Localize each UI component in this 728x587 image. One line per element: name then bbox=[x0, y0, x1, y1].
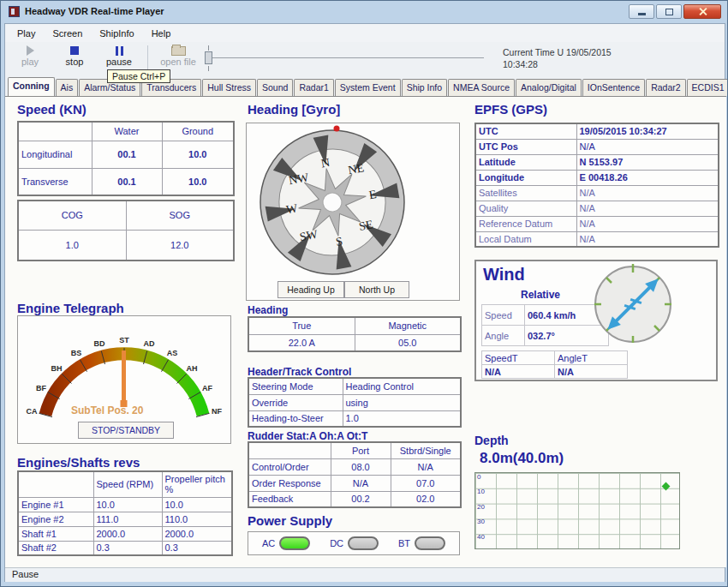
menu-play[interactable]: Play bbox=[9, 26, 44, 41]
heading-up-button[interactable]: Heading Up bbox=[277, 281, 344, 298]
wind-angle-label: Angle bbox=[482, 326, 525, 346]
menu-help[interactable]: Help bbox=[143, 26, 180, 41]
wind-speed-label: Speed bbox=[482, 305, 525, 326]
close-button[interactable] bbox=[683, 4, 721, 19]
wind-direction-gauge bbox=[590, 262, 676, 348]
sog-value: 12.0 bbox=[126, 230, 234, 261]
rudder-title: Rudder Stat:A Oh:A Ot:T bbox=[248, 430, 367, 442]
epfs-local-datum-value: N/A bbox=[576, 231, 719, 247]
stop-button[interactable]: stop bbox=[53, 45, 96, 67]
shaft2-pitch: 0.3 bbox=[162, 541, 232, 555]
svg-text:BS: BS bbox=[71, 349, 82, 357]
slider-track[interactable] bbox=[208, 57, 484, 58]
engines-row-label: Shaft #1 bbox=[18, 526, 93, 541]
tab-ais[interactable]: Ais bbox=[56, 79, 79, 96]
track-row-label: Heading-to-Steer bbox=[248, 410, 343, 427]
cog-header: COG bbox=[18, 201, 126, 230]
epfs-row-label: UTC bbox=[475, 123, 576, 139]
shaft1-pitch: 2000.0 bbox=[162, 526, 232, 541]
order-response-stbd: 07.0 bbox=[391, 475, 461, 491]
tab-radar1[interactable]: Radar1 bbox=[294, 79, 333, 96]
tab-ecdis1[interactable]: ECDIS1 bbox=[687, 79, 728, 96]
depth-value: 8.0m(40.0m) bbox=[480, 450, 564, 467]
power-ac-label: AC bbox=[262, 538, 275, 548]
engine2-speed: 111.0 bbox=[93, 512, 162, 526]
engines-corner bbox=[18, 471, 93, 497]
depth-axis-label: 0 bbox=[477, 473, 480, 481]
heading-to-steer-value: 1.0 bbox=[343, 410, 461, 427]
pause-button[interactable]: pause bbox=[98, 45, 140, 67]
svg-text:BH: BH bbox=[51, 364, 63, 373]
heading-section-title: Heading bbox=[248, 304, 288, 316]
timeline-slider[interactable] bbox=[205, 45, 484, 71]
current-time-clock: 10:34:28 bbox=[503, 58, 648, 70]
open-file-button[interactable]: open file bbox=[152, 45, 204, 67]
tab-ship-info[interactable]: Ship Info bbox=[402, 79, 447, 96]
toolbar-separator bbox=[147, 45, 148, 69]
gyro-title: Heading [Gyro] bbox=[248, 102, 340, 117]
wind-anglet-value: N/A bbox=[555, 365, 628, 379]
wind-speedt-header: SpeedT bbox=[482, 351, 555, 365]
tab-nmea-source[interactable]: NMEA Source bbox=[448, 79, 515, 96]
heading-magnetic-value: 05.0 bbox=[355, 334, 461, 351]
svg-text:CA: CA bbox=[27, 407, 38, 416]
cog-sog-table: COG SOG 1.0 12.0 bbox=[17, 200, 235, 261]
power-ac-indicator bbox=[279, 536, 310, 550]
epfs-longitude-value: E 00418.26 bbox=[576, 170, 719, 185]
power-bt-label: BT bbox=[398, 538, 410, 548]
menu-screen[interactable]: Screen bbox=[44, 26, 91, 41]
depth-axis-label: 10 bbox=[477, 488, 485, 495]
slider-thumb[interactable] bbox=[205, 51, 212, 64]
power-dc-group: DC bbox=[330, 536, 379, 550]
speed-row-label: Longitudinal bbox=[18, 141, 92, 168]
play-button[interactable]: play bbox=[9, 45, 51, 67]
tab-system-event[interactable]: System Event bbox=[335, 79, 401, 96]
speed-row-label: Transverse bbox=[18, 168, 92, 195]
tab-conning[interactable]: Conning bbox=[8, 77, 55, 96]
epfs-row-label: Local Datum bbox=[475, 231, 576, 247]
power-dc-indicator bbox=[348, 536, 379, 550]
app-icon-detail bbox=[11, 9, 15, 15]
steering-mode-value: Heading Control bbox=[343, 378, 461, 394]
wind-anglet-header: AngleT bbox=[555, 351, 628, 365]
engine2-pitch: 110.0 bbox=[162, 512, 232, 526]
tab-sound[interactable]: Sound bbox=[257, 79, 293, 96]
window-controls bbox=[629, 4, 721, 19]
slider-ticks-top bbox=[208, 45, 484, 51]
power-ac-group: AC bbox=[262, 536, 310, 550]
track-row-label: Override bbox=[248, 394, 343, 410]
heading-marker-dot bbox=[334, 126, 340, 132]
menu-shipinfo[interactable]: ShipInfo bbox=[91, 26, 142, 41]
speed-table: Water Ground Longitudinal 00.1 10.0 Tran… bbox=[17, 121, 235, 196]
speed-corner bbox=[18, 122, 92, 141]
telegraph-order-button[interactable]: STOP/STANDBY bbox=[78, 422, 174, 439]
tab-ionsentence[interactable]: IOnSentence bbox=[582, 79, 645, 96]
svg-text:BD: BD bbox=[94, 339, 105, 348]
power-bt-indicator bbox=[415, 536, 445, 550]
svg-text:ST: ST bbox=[119, 336, 129, 344]
control-order-stbd: N/A bbox=[391, 458, 461, 475]
wind-true-table: SpeedT AngleT N/A N/A bbox=[481, 350, 628, 379]
svg-text:AF: AF bbox=[202, 384, 212, 392]
conning-page: Speed (KN) Water Ground Longitudinal 00.… bbox=[5, 96, 726, 567]
speed-long-water: 00.1 bbox=[92, 141, 162, 168]
tab-analog-digital[interactable]: Analog/Digital bbox=[516, 79, 582, 96]
pause-icon bbox=[116, 46, 123, 56]
svg-text:NE: NE bbox=[347, 161, 365, 177]
epfs-row-label: UTC Pos bbox=[475, 139, 576, 154]
current-time-date: Current Time U 19/05/2015 bbox=[503, 46, 648, 58]
title-bar: Headway VDR Real-time Player bbox=[1, 1, 727, 23]
maximize-button[interactable] bbox=[656, 4, 682, 19]
override-value: using bbox=[343, 394, 461, 410]
svg-text:NF: NF bbox=[212, 407, 222, 416]
epfs-latitude-value: N 5153.97 bbox=[576, 154, 719, 170]
track-control-title: Header/Track Control bbox=[248, 366, 351, 378]
minimize-icon bbox=[638, 13, 646, 15]
app-window: Headway VDR Real-time Player Play Screen… bbox=[0, 0, 728, 587]
tab-radar2[interactable]: Radar2 bbox=[646, 79, 685, 96]
depth-history-chart: 0 10 20 30 40 bbox=[474, 472, 680, 549]
north-up-button[interactable]: North Up bbox=[344, 281, 409, 298]
tab-hull-stress[interactable]: Hull Stress bbox=[202, 79, 256, 96]
subtel-position-text: SubTel Pos. 20 bbox=[71, 404, 143, 416]
minimize-button[interactable] bbox=[629, 4, 654, 19]
